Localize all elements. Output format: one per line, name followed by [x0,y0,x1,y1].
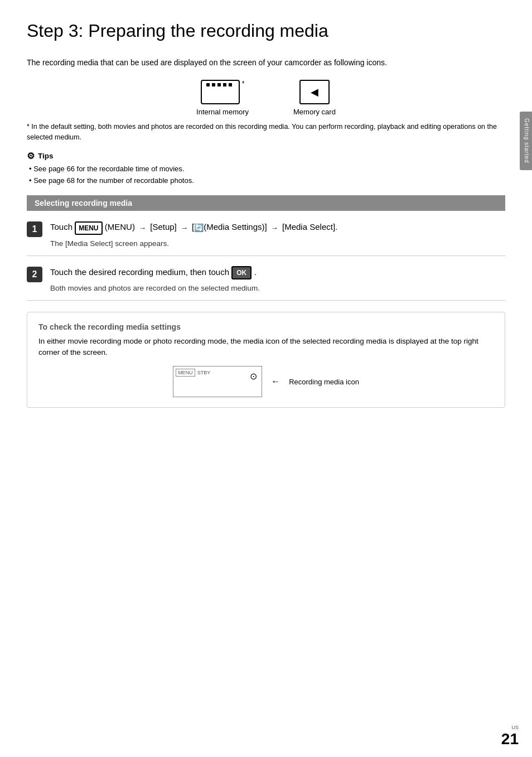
memory-card-icon [299,80,330,104]
camera-screen-mockup: MENU STBY ⊙ [173,366,262,397]
page-number-us: US [511,725,519,730]
camera-screen-menu-label: MENU [176,369,195,377]
internal-memory-icon [201,80,240,104]
step-1-block: 1 Touch MENU (MENU) → [Setup] → [🔄(Media… [27,211,505,255]
footnote-text: * In the default setting, both movies an… [27,122,505,143]
media-settings-svg-icon: 🔄 [194,223,204,232]
step-1-arrow3: → [271,224,278,232]
step-1-media-settings: [🔄(Media Settings)] [192,222,267,232]
step-2-row: 2 Touch the desired recording medium, th… [27,266,505,292]
asterisk-note: * [242,80,245,88]
step-2-suffix: . [254,267,256,277]
icons-row: * Internal memory Memory card [27,80,505,116]
tips-icon: ⚙ [27,151,35,161]
memory-card-icon-item: Memory card [293,80,336,116]
step-1-arrow1: → [139,224,146,232]
tip-item-1: See page 66 for the recordable time of m… [29,163,505,175]
page-number: 21 [501,731,519,747]
step-2-number: 2 [27,267,42,282]
step-2-note: Both movies and photos are recorded on t… [50,284,505,292]
section-header: Selecting recording media [27,195,505,211]
page-title: Step 3: Preparing the recording media [27,20,505,41]
step-1-arrow2: → [181,224,188,232]
tip-item-2: See page 68 for the number of recordable… [29,175,505,187]
step-2-prefix: Touch the desired recording medium, then… [50,267,229,277]
tips-section: ⚙ Tips See page 66 for the recordable ti… [27,151,505,187]
step-1-menu-button: MENU [75,221,102,235]
memory-card-label: Memory card [293,108,336,116]
step-2-ok-button: OK [231,266,252,279]
info-box-title: To check the recording media settings [38,322,494,331]
page-number-area: US 21 [501,725,519,747]
step-1-media-select: [Media Select]. [282,222,337,232]
step-1-content: Touch MENU (MENU) → [Setup] → [🔄(Media S… [50,221,505,247]
camera-screen-stby-label: STBY [197,370,211,375]
camera-screen-container: MENU STBY ⊙ ← Recording media icon [38,366,494,397]
step-1-instruction: Touch MENU (MENU) → [Setup] → [🔄(Media S… [50,221,505,234]
recording-media-arrow: ← [271,377,280,387]
tips-header-label: Tips [38,152,54,160]
internal-memory-label: Internal memory [196,108,249,116]
side-tab: Getting started [520,112,532,170]
step-1-number: 1 [27,221,42,237]
tips-list: See page 66 for the recordable time of m… [27,163,505,187]
step-2-instruction: Touch the desired recording medium, then… [50,266,505,279]
step-1-row: 1 Touch MENU (MENU) → [Setup] → [🔄(Media… [27,221,505,247]
step-1-setup: [Setup] [150,222,177,232]
step-2-block: 2 Touch the desired recording medium, th… [27,256,505,301]
tips-header: ⚙ Tips [27,151,505,161]
recording-media-screen-icon: ⊙ [250,371,257,382]
step-1-note: The [Media Select] screen appears. [50,239,505,248]
intro-text: The recording media that can be used are… [27,57,505,69]
info-box: To check the recording media settings In… [27,312,505,408]
step-1-prefix: Touch [50,222,72,232]
info-box-text: In either movie recording mode or photo … [38,336,494,359]
step-1-menu-text: (MENU) [105,222,135,232]
step-2-content: Touch the desired recording medium, then… [50,266,505,292]
recording-media-icon-label: Recording media icon [289,378,359,386]
internal-memory-icon-item: * Internal memory [196,80,249,116]
